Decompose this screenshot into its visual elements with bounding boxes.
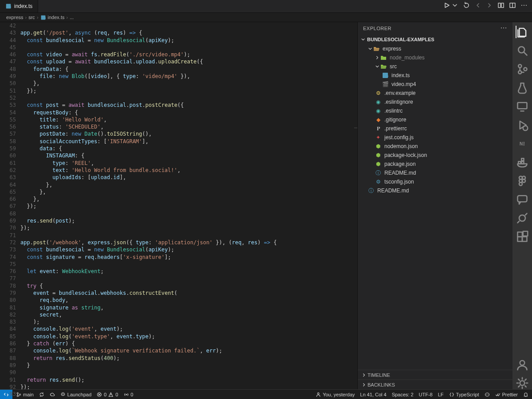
timeline-section[interactable]: TIMELINE [358, 370, 512, 379]
tree-folder-node-modules[interactable]: node_modules [358, 53, 512, 62]
typescript-icon [5, 3, 12, 9]
tree-file-video[interactable]: 🎬 video.mp4 [358, 80, 512, 89]
code-editor[interactable]: 4243444546474849505152535455565758596061… [0, 22, 357, 389]
tree-file-index-ts[interactable]: index.ts [358, 71, 512, 80]
activity-settings-icon[interactable] [516, 377, 528, 389]
activity-figma-icon[interactable] [516, 175, 528, 187]
svg-rect-36 [521, 158, 524, 160]
tsconfig-icon: ⚙ [375, 179, 382, 185]
breadcrumb-segment[interactable]: ... [70, 15, 74, 20]
debug-rerun-icon[interactable] [463, 2, 470, 11]
chevron-right-icon: › [25, 15, 27, 20]
backlinks-section[interactable]: BACKLINKS [358, 379, 512, 389]
activity-explorer-icon[interactable] [516, 26, 528, 38]
status-prettier[interactable]: Prettier [495, 392, 518, 397]
activity-docker-icon[interactable] [516, 156, 528, 168]
status-cloud-icon[interactable] [50, 392, 55, 397]
explorer-title: EXPLORER [363, 26, 391, 31]
activity-bar: N⸾ [512, 22, 532, 389]
breadcrumb-segment[interactable]: express [6, 15, 23, 20]
tree-file-pkg-lock[interactable]: ⬢ package-lock.json [358, 151, 512, 160]
prettier-icon: 𝐏 [375, 125, 382, 132]
breadcrumb-segment[interactable]: index.ts [40, 15, 65, 20]
status-blame[interactable]: You, yesterday [316, 392, 355, 397]
breadcrumb-segment[interactable]: src [28, 15, 35, 20]
status-encoding[interactable]: UTF-8 [419, 392, 433, 397]
side-panel: EXPLORER BUNDLESOCIAL-EXAMPLES express n… [357, 22, 512, 389]
activity-extensions-icon[interactable] [516, 231, 528, 243]
minimap-slider-icon[interactable]: — [354, 124, 357, 131]
tree-file-tsconfig[interactable]: ⚙ tsconfig.json [358, 177, 512, 186]
status-eol[interactable]: LF [438, 392, 444, 397]
file-tree: express node_modules src index.ts 🎬 vide… [358, 44, 512, 370]
folder-icon [380, 54, 387, 61]
tree-file-readme[interactable]: ⓘ README.md [358, 168, 512, 177]
status-launchpad[interactable]: Launchpad [60, 392, 91, 397]
tree-file-readme-root[interactable]: ⓘ README.md [358, 186, 512, 195]
activity-account-icon[interactable] [516, 358, 528, 371]
svg-point-40 [522, 180, 525, 183]
status-copilot-icon[interactable] [485, 392, 490, 397]
tree-file-gitignore[interactable]: ◆ .gitignore [358, 115, 512, 124]
svg-rect-30 [498, 3, 501, 8]
jest-icon: ✦ [375, 134, 382, 141]
chevron-right-icon: › [37, 15, 39, 20]
folder-open-icon [373, 45, 380, 52]
run-icon[interactable] [443, 2, 450, 11]
tree-file-eslintignore[interactable]: ◉ .eslintignore [358, 98, 512, 106]
tree-folder-src[interactable]: src [358, 62, 512, 71]
npm-icon: ⬢ [375, 161, 382, 167]
activity-chat-icon[interactable] [516, 193, 528, 206]
eslint-icon: ◉ [375, 108, 382, 114]
folder-open-icon [380, 63, 387, 70]
svg-rect-31 [501, 3, 504, 8]
info-icon: ⓘ [368, 187, 375, 195]
explorer-more-icon[interactable] [500, 24, 507, 32]
svg-rect-32 [518, 102, 527, 109]
chevron-right-icon [361, 382, 367, 387]
code-content[interactable]: app.get('/post', async (req, res) => { c… [20, 22, 357, 389]
chevron-down-icon [368, 46, 373, 51]
svg-point-41 [519, 183, 522, 186]
status-ports[interactable]: 0 [124, 392, 133, 397]
status-sync-icon[interactable] [39, 392, 44, 397]
activity-testing-icon[interactable] [516, 82, 528, 94]
info-icon: ⓘ [375, 169, 382, 177]
status-cursor[interactable]: Ln 41, Col 4 [360, 392, 386, 397]
tree-file-nodemon[interactable]: ⬢ nodemon.json [358, 142, 512, 151]
activity-run-debug-icon[interactable] [516, 119, 528, 131]
chevron-right-icon: › [66, 15, 68, 20]
more-actions-icon[interactable] [520, 2, 528, 11]
chevron-down-icon [360, 37, 366, 42]
explorer-section[interactable]: BUNDLESOCIAL-EXAMPLES [358, 35, 512, 44]
run-dropdown-icon[interactable] [451, 2, 458, 11]
tree-file-prettierrc[interactable]: 𝐏 .prettierrc [358, 124, 512, 133]
line-number-gutter: 4243444546474849505152535455565758596061… [0, 22, 20, 389]
env-icon: ⚙ [375, 90, 382, 96]
status-indent[interactable]: Spaces: 2 [392, 392, 414, 397]
activity-nx-icon[interactable]: N⸾ [516, 137, 528, 150]
status-language[interactable]: TypeScript [449, 392, 479, 397]
breadcrumb[interactable]: express › src › index.ts › ... [0, 12, 532, 22]
tree-file-env[interactable]: ⚙ .env.example [358, 89, 512, 98]
split-layout-icon[interactable] [497, 2, 505, 11]
activity-loop-icon[interactable] [516, 212, 528, 224]
activity-source-control-icon[interactable] [516, 63, 528, 75]
svg-rect-42 [518, 196, 527, 202]
activity-search-icon[interactable] [516, 44, 528, 57]
typescript-icon [382, 72, 389, 79]
tree-folder-express[interactable]: express [358, 44, 512, 53]
go-back-icon[interactable] [474, 2, 481, 11]
split-editor-icon[interactable] [509, 2, 516, 11]
tab-active[interactable]: index.ts [0, 0, 38, 12]
status-branch[interactable]: main [16, 392, 34, 397]
chevron-right-icon [361, 372, 367, 378]
tree-file-jest[interactable]: ✦ jest.config.js [358, 133, 512, 142]
status-problems[interactable]: 0 0 [97, 392, 118, 397]
go-forward-icon[interactable] [486, 2, 493, 11]
status-notifications-icon[interactable] [523, 392, 528, 397]
activity-remote-icon[interactable] [516, 100, 528, 113]
tree-file-eslintrc[interactable]: ◉ .eslintrc [358, 106, 512, 115]
editor-toolbar [439, 0, 532, 12]
tree-file-pkg[interactable]: ⬢ package.json [358, 160, 512, 168]
